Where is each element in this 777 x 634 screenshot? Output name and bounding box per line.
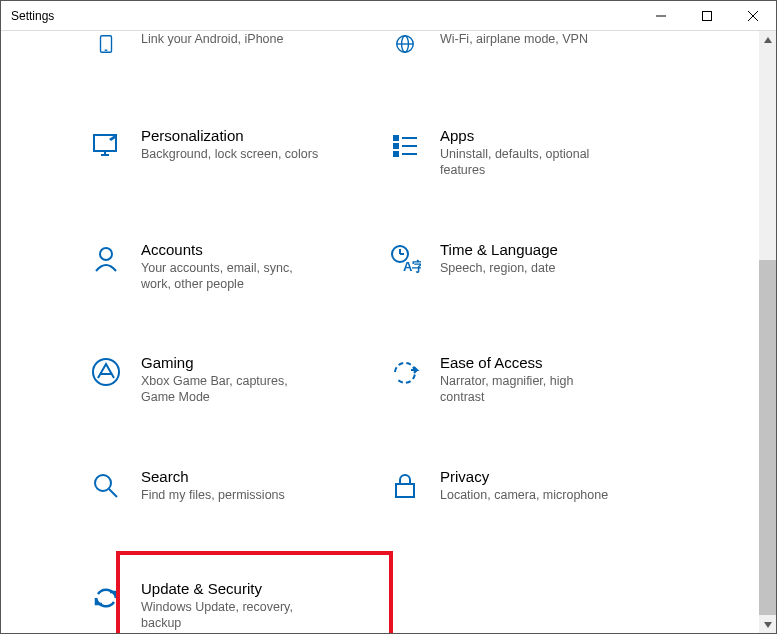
tile-search[interactable]: Search Find my files, permissions <box>81 458 380 528</box>
tile-title: Personalization <box>141 127 318 144</box>
scroll-trough[interactable] <box>759 48 776 616</box>
svg-rect-12 <box>393 135 399 141</box>
tile-title: Apps <box>440 127 620 144</box>
tile-desc: Find my files, permissions <box>141 487 285 503</box>
tile-accounts[interactable]: Accounts Your accounts, email, sync, wor… <box>81 231 380 303</box>
tile-privacy[interactable]: Privacy Location, camera, microphone <box>380 458 679 528</box>
time-language-icon: A字 <box>388 243 422 275</box>
close-button[interactable] <box>730 1 776 31</box>
globe-icon <box>388 33 422 55</box>
scrollbar[interactable] <box>759 31 776 633</box>
tile-title: Privacy <box>440 468 608 485</box>
tile-desc: Wi-Fi, airplane mode, VPN <box>440 31 588 47</box>
tile-desc: Location, camera, microphone <box>440 487 608 503</box>
scroll-down-icon[interactable] <box>759 616 776 633</box>
tile-phone[interactable]: Link your Android, iPhone <box>81 31 380 65</box>
tile-ease-of-access[interactable]: Ease of Access Narrator, magnifier, high… <box>380 344 679 416</box>
tile-network[interactable]: Wi-Fi, airplane mode, VPN <box>380 31 679 65</box>
settings-grid: Link your Android, iPhone Wi-Fi, airplan… <box>1 31 759 633</box>
title-bar: Settings <box>1 1 776 31</box>
tile-personalization[interactable]: Personalization Background, lock screen,… <box>81 117 380 189</box>
tile-title: Search <box>141 468 285 485</box>
svg-rect-1 <box>703 11 712 20</box>
ease-of-access-icon <box>388 356 422 388</box>
tile-desc: Narrator, magnifier, high contrast <box>440 373 620 406</box>
tile-desc: Xbox Game Bar, captures, Game Mode <box>141 373 321 406</box>
phone-icon <box>89 33 123 55</box>
tile-title: Update & Security <box>141 580 321 597</box>
accounts-icon <box>89 243 123 275</box>
minimize-button[interactable] <box>638 1 684 31</box>
update-icon <box>89 582 123 614</box>
scroll-up-icon[interactable] <box>759 31 776 48</box>
tile-title: Gaming <box>141 354 321 371</box>
search-icon <box>89 470 123 502</box>
tile-apps[interactable]: Apps Uninstall, defaults, optional featu… <box>380 117 679 189</box>
personalization-icon <box>89 129 123 161</box>
scroll-thumb[interactable] <box>759 260 776 615</box>
tile-desc: Speech, region, date <box>440 260 558 276</box>
apps-icon <box>388 129 422 161</box>
privacy-icon <box>388 470 422 502</box>
tile-title: Time & Language <box>440 241 558 258</box>
tile-title: Accounts <box>141 241 321 258</box>
tile-desc: Background, lock screen, colors <box>141 146 318 162</box>
gaming-icon <box>89 356 123 388</box>
tile-update-security[interactable]: Update & Security Windows Update, recove… <box>81 570 380 634</box>
svg-point-24 <box>95 475 111 491</box>
tile-title: Ease of Access <box>440 354 620 371</box>
window-title: Settings <box>11 9 54 23</box>
tile-desc: Windows Update, recovery, backup <box>141 599 321 632</box>
tile-desc: Your accounts, email, sync, work, other … <box>141 260 321 293</box>
window-controls <box>638 1 776 31</box>
svg-rect-13 <box>393 143 399 149</box>
tile-desc: Uninstall, defaults, optional features <box>440 146 620 179</box>
svg-rect-26 <box>396 484 414 497</box>
maximize-button[interactable] <box>684 1 730 31</box>
svg-rect-14 <box>393 151 399 157</box>
tile-desc: Link your Android, iPhone <box>141 31 283 47</box>
content-area: Link your Android, iPhone Wi-Fi, airplan… <box>1 31 759 633</box>
svg-line-25 <box>109 489 117 497</box>
tile-gaming[interactable]: Gaming Xbox Game Bar, captures, Game Mod… <box>81 344 380 416</box>
svg-text:A字: A字 <box>403 259 421 274</box>
tile-time-language[interactable]: A字 Time & Language Speech, region, date <box>380 231 679 303</box>
svg-point-18 <box>100 248 112 260</box>
